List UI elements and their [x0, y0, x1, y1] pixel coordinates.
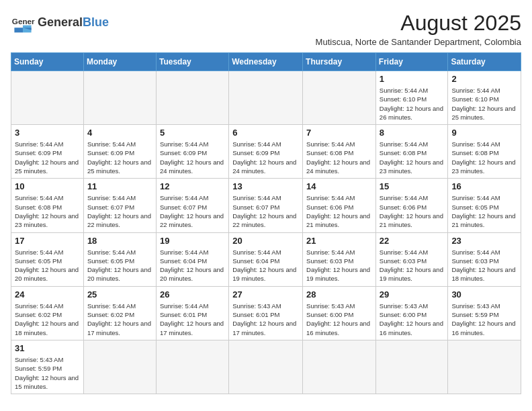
calendar-cell: 23Sunrise: 5:44 AM Sunset: 6:03 PM Dayli… [448, 232, 521, 286]
svg-marker-1 [14, 28, 23, 32]
day-number: 29 [380, 289, 445, 300]
calendar-week-row: 3Sunrise: 5:44 AM Sunset: 6:09 PM Daylig… [11, 125, 521, 179]
calendar-cell: 29Sunrise: 5:43 AM Sunset: 6:00 PM Dayli… [375, 286, 448, 340]
calendar-cell: 8Sunrise: 5:44 AM Sunset: 6:08 PM Daylig… [375, 125, 448, 179]
calendar-cell [83, 340, 156, 394]
calendar-table: SundayMondayTuesdayWednesdayThursdayFrid… [11, 52, 521, 394]
calendar-cell: 31Sunrise: 5:43 AM Sunset: 5:59 PM Dayli… [11, 340, 84, 394]
calendar-cell: 15Sunrise: 5:44 AM Sunset: 6:06 PM Dayli… [375, 179, 448, 232]
calendar-cell [11, 71, 84, 125]
day-number: 2 [451, 74, 517, 84]
day-info: Sunrise: 5:44 AM Sunset: 6:09 PM Dayligh… [160, 140, 225, 175]
weekday-header-thursday: Thursday [303, 53, 376, 71]
day-number: 11 [87, 181, 152, 191]
day-number: 23 [451, 236, 517, 246]
day-info: Sunrise: 5:44 AM Sunset: 6:08 PM Dayligh… [306, 140, 372, 175]
logo-text: GeneralBlue [38, 16, 109, 30]
calendar-cell: 21Sunrise: 5:44 AM Sunset: 6:03 PM Dayli… [303, 232, 376, 286]
calendar-cell: 1Sunrise: 5:44 AM Sunset: 6:10 PM Daylig… [375, 71, 448, 125]
day-number: 9 [451, 128, 517, 138]
calendar-cell: 18Sunrise: 5:44 AM Sunset: 6:05 PM Dayli… [83, 232, 156, 286]
day-number: 1 [380, 74, 445, 84]
day-info: Sunrise: 5:44 AM Sunset: 6:01 PM Dayligh… [160, 302, 225, 337]
day-info: Sunrise: 5:44 AM Sunset: 6:04 PM Dayligh… [160, 248, 225, 283]
day-number: 3 [15, 128, 80, 138]
generalblue-logo-icon: General [11, 11, 35, 35]
day-info: Sunrise: 5:44 AM Sunset: 6:02 PM Dayligh… [15, 302, 80, 337]
logo-blue: Blue [83, 15, 109, 29]
calendar-cell: 9Sunrise: 5:44 AM Sunset: 6:08 PM Daylig… [448, 125, 521, 179]
logo: General GeneralBlue [11, 11, 109, 35]
calendar-cell: 26Sunrise: 5:44 AM Sunset: 6:01 PM Dayli… [156, 286, 228, 340]
day-info: Sunrise: 5:43 AM Sunset: 5:59 PM Dayligh… [451, 302, 517, 337]
calendar-cell: 19Sunrise: 5:44 AM Sunset: 6:04 PM Dayli… [156, 232, 228, 286]
day-number: 31 [15, 343, 80, 353]
day-info: Sunrise: 5:44 AM Sunset: 6:03 PM Dayligh… [451, 248, 517, 283]
weekday-header-wednesday: Wednesday [229, 53, 303, 71]
title-area: August 2025 Mutiscua, Norte de Santander… [316, 11, 521, 47]
header: General GeneralBlue August 2025 Mutiscua… [11, 11, 521, 47]
calendar-cell: 25Sunrise: 5:44 AM Sunset: 6:02 PM Dayli… [83, 286, 156, 340]
calendar-week-row: 24Sunrise: 5:44 AM Sunset: 6:02 PM Dayli… [11, 286, 521, 340]
calendar-cell: 13Sunrise: 5:44 AM Sunset: 6:07 PM Dayli… [229, 179, 303, 232]
day-number: 10 [15, 181, 80, 191]
day-number: 8 [380, 128, 445, 138]
day-number: 27 [232, 289, 299, 300]
calendar-week-row: 31Sunrise: 5:43 AM Sunset: 5:59 PM Dayli… [11, 340, 521, 394]
day-number: 21 [306, 236, 372, 246]
calendar-cell [229, 340, 303, 394]
calendar-cell: 27Sunrise: 5:43 AM Sunset: 6:01 PM Dayli… [229, 286, 303, 340]
calendar-cell: 14Sunrise: 5:44 AM Sunset: 6:06 PM Dayli… [303, 179, 376, 232]
calendar-cell: 11Sunrise: 5:44 AM Sunset: 6:07 PM Dayli… [83, 179, 156, 232]
calendar-cell [229, 71, 303, 125]
weekday-header-tuesday: Tuesday [156, 53, 228, 71]
calendar-week-row: 17Sunrise: 5:44 AM Sunset: 6:05 PM Dayli… [11, 232, 521, 286]
day-number: 16 [451, 181, 517, 191]
calendar-cell [156, 340, 228, 394]
day-info: Sunrise: 5:44 AM Sunset: 6:10 PM Dayligh… [451, 86, 517, 122]
day-info: Sunrise: 5:43 AM Sunset: 6:00 PM Dayligh… [306, 302, 372, 337]
day-number: 26 [160, 289, 225, 300]
calendar-week-row: 1Sunrise: 5:44 AM Sunset: 6:10 PM Daylig… [11, 71, 521, 125]
day-info: Sunrise: 5:44 AM Sunset: 6:05 PM Dayligh… [15, 248, 80, 283]
calendar-cell: 10Sunrise: 5:44 AM Sunset: 6:08 PM Dayli… [11, 179, 84, 232]
day-number: 22 [380, 236, 445, 246]
weekday-header-sunday: Sunday [11, 53, 84, 71]
day-info: Sunrise: 5:44 AM Sunset: 6:06 PM Dayligh… [380, 193, 445, 229]
weekday-header-monday: Monday [83, 53, 156, 71]
calendar-week-row: 10Sunrise: 5:44 AM Sunset: 6:08 PM Dayli… [11, 179, 521, 232]
calendar-cell [156, 71, 228, 125]
calendar-cell: 12Sunrise: 5:44 AM Sunset: 6:07 PM Dayli… [156, 179, 228, 232]
day-number: 17 [15, 236, 80, 246]
calendar-cell: 20Sunrise: 5:44 AM Sunset: 6:04 PM Dayli… [229, 232, 303, 286]
day-info: Sunrise: 5:44 AM Sunset: 6:08 PM Dayligh… [451, 140, 517, 175]
calendar-cell [375, 340, 448, 394]
day-info: Sunrise: 5:44 AM Sunset: 6:09 PM Dayligh… [87, 140, 152, 175]
day-number: 24 [15, 289, 80, 300]
calendar-cell [448, 340, 521, 394]
month-year-title: August 2025 [316, 11, 521, 36]
day-info: Sunrise: 5:43 AM Sunset: 6:00 PM Dayligh… [380, 302, 445, 337]
weekday-header-friday: Friday [375, 53, 448, 71]
calendar-cell: 17Sunrise: 5:44 AM Sunset: 6:05 PM Dayli… [11, 232, 84, 286]
day-number: 7 [306, 128, 372, 138]
calendar-cell [303, 340, 376, 394]
day-info: Sunrise: 5:44 AM Sunset: 6:02 PM Dayligh… [87, 302, 152, 337]
day-number: 28 [306, 289, 372, 300]
day-number: 13 [232, 181, 299, 191]
day-number: 6 [232, 128, 299, 138]
day-info: Sunrise: 5:43 AM Sunset: 6:01 PM Dayligh… [232, 302, 299, 337]
calendar-cell [303, 71, 376, 125]
calendar-cell: 24Sunrise: 5:44 AM Sunset: 6:02 PM Dayli… [11, 286, 84, 340]
svg-text:General: General [12, 17, 35, 26]
weekday-header-saturday: Saturday [448, 53, 521, 71]
day-info: Sunrise: 5:44 AM Sunset: 6:07 PM Dayligh… [160, 193, 225, 229]
calendar-cell: 5Sunrise: 5:44 AM Sunset: 6:09 PM Daylig… [156, 125, 228, 179]
day-number: 14 [306, 181, 372, 191]
day-info: Sunrise: 5:44 AM Sunset: 6:08 PM Dayligh… [380, 140, 445, 175]
day-info: Sunrise: 5:44 AM Sunset: 6:07 PM Dayligh… [87, 193, 152, 229]
logo-general: General [38, 15, 83, 29]
day-info: Sunrise: 5:44 AM Sunset: 6:08 PM Dayligh… [15, 193, 80, 229]
day-info: Sunrise: 5:44 AM Sunset: 6:05 PM Dayligh… [87, 248, 152, 283]
day-info: Sunrise: 5:43 AM Sunset: 5:59 PM Dayligh… [15, 355, 80, 391]
